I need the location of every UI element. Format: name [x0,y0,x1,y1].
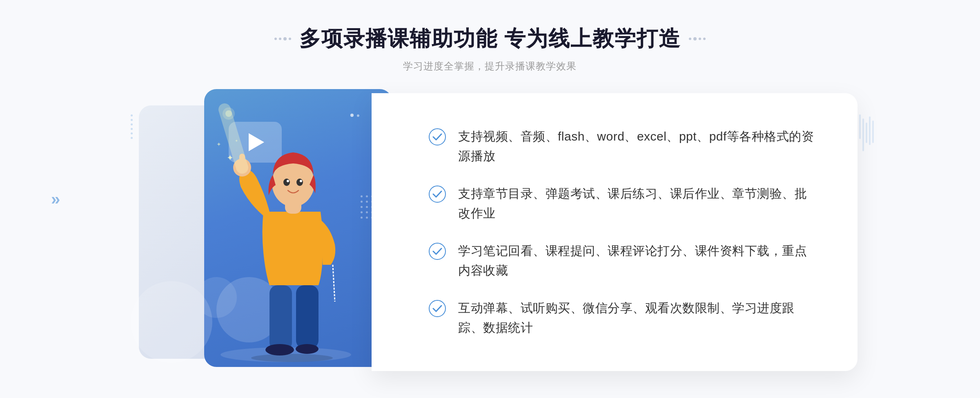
character-illustration: ✦ ✦ ✦ [204,89,392,367]
feature-item-1: 支持视频、音频、flash、word、excel、ppt、pdf等各种格式的资源… [429,127,817,166]
content-area: ✦ ✦ ✦ 支持视频、音频、flash、word、ex [122,89,858,375]
feature-item-2: 支持章节目录、弹题考试、课后练习、课后作业、章节测验、批改作业 [429,184,817,223]
feature-text-2: 支持章节目录、弹题考试、课后练习、课后作业、章节测验、批改作业 [458,184,817,223]
feature-text-4: 互动弹幕、试听购买、微信分享、观看次数限制、学习进度跟踪、数据统计 [458,298,817,338]
svg-point-4 [265,344,294,356]
title-row: 多项录播课辅助功能 专为线上教学打造 [274,25,706,53]
feature-item-4: 互动弹幕、试听购买、微信分享、观看次数限制、学习进度跟踪、数据统计 [429,298,817,338]
svg-text:✦: ✦ [216,141,221,148]
check-mark-svg-1 [432,133,442,141]
chevron-left-icon: » [51,190,60,208]
svg-line-8 [333,265,335,302]
svg-point-1 [251,354,333,362]
check-circle-2 [429,186,446,203]
svg-point-5 [296,344,318,354]
check-icon-2 [429,186,446,203]
svg-point-13 [287,180,289,182]
check-mark-svg-3 [432,248,442,255]
page-subtitle: 学习进度全掌握，提升录播课教学效果 [274,60,706,73]
features-panel: 支持视频、音频、flash、word、excel、ppt、pdf等各种格式的资源… [372,93,858,371]
check-mark-svg-4 [432,305,442,312]
svg-point-12 [296,179,303,186]
page-title: 多项录播课辅助功能 专为线上教学打造 [299,25,681,53]
check-circle-4 [429,300,446,317]
check-icon-3 [429,243,446,260]
check-mark-svg-2 [432,190,442,198]
svg-point-14 [300,180,302,182]
header-section: 多项录播课辅助功能 专为线上教学打造 学习进度全掌握，提升录播课教学效果 [274,0,706,89]
feature-item-3: 学习笔记回看、课程提问、课程评论打分、课件资料下载，重点内容收藏 [429,241,817,280]
feature-text-3: 学习笔记回看、课程提问、课程评论打分、课件资料下载，重点内容收藏 [458,241,817,280]
decorative-lines-right [859,114,874,151]
svg-point-11 [283,179,290,186]
check-icon-4 [429,300,446,317]
blue-card: ✦ ✦ ✦ [204,89,392,367]
check-icon-1 [429,128,446,145]
illus-glow-circle [131,281,212,363]
check-circle-3 [429,243,446,260]
svg-text:✦: ✦ [227,153,234,162]
page-container: » 多项录播课辅助功能 专为线上教学打造 [0,0,980,398]
svg-rect-3 [296,285,318,349]
title-dots-right [689,37,706,40]
svg-point-16 [225,110,232,117]
svg-text:✦: ✦ [235,139,238,143]
feature-text-1: 支持视频、音频、flash、word、excel、ppt、pdf等各种格式的资源… [458,127,817,166]
check-circle-1 [429,128,446,145]
title-dots-left [274,37,291,40]
illustration-container: ✦ ✦ ✦ [122,89,384,375]
svg-rect-2 [270,285,292,351]
